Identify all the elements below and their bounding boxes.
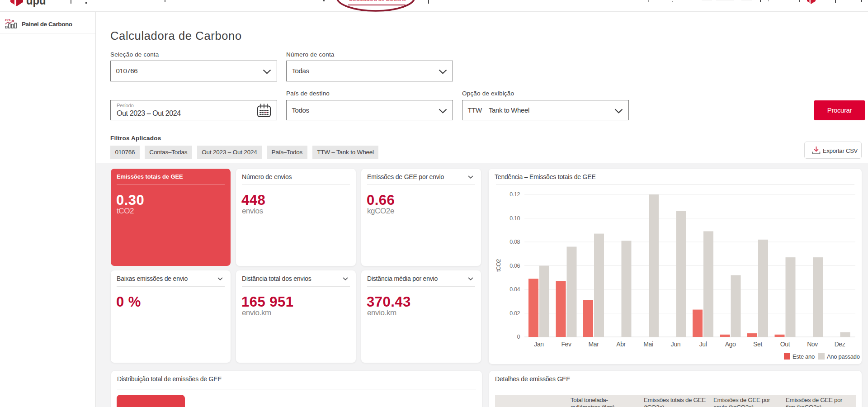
svg-text:Jun: Jun [671,341,680,348]
svg-text:0.08: 0.08 [509,239,520,245]
svg-text:Out: Out [780,341,790,348]
svg-text:Nov: Nov [807,341,818,348]
svg-text:Este ano: Este ano [793,353,815,360]
svg-text:Mai: Mai [643,341,653,348]
svg-text:Fev: Fev [561,341,571,348]
svg-text:0: 0 [517,334,520,340]
svg-text:CO₂: CO₂ [5,18,11,22]
svg-text:Set: Set [753,341,762,348]
svg-text:Dez: Dez [835,341,845,348]
svg-text:0.12: 0.12 [509,191,520,198]
svg-text:Jul: Jul [699,341,707,348]
svg-text:0.06: 0.06 [509,263,520,269]
svg-text:Jan: Jan [534,341,543,348]
svg-text:Ago: Ago [725,341,736,348]
svg-text:Ano passado: Ano passado [827,353,860,360]
svg-text:0.10: 0.10 [509,215,520,222]
svg-text:0.04: 0.04 [509,286,520,293]
svg-text:tCO2: tCO2 [495,259,502,272]
svg-text:Mar: Mar [589,341,599,348]
svg-text:Abr: Abr [616,341,626,348]
svg-text:0.02: 0.02 [509,310,520,317]
